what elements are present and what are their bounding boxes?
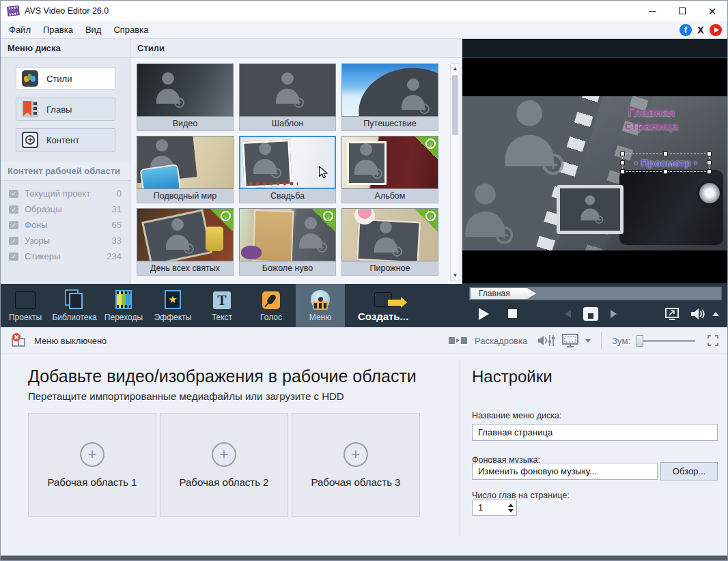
toolbar-button-transitions[interactable]: Переходы bbox=[99, 284, 148, 327]
zoom-slider[interactable] bbox=[636, 340, 695, 342]
scroll-up-icon[interactable]: ▲ bbox=[451, 64, 460, 74]
home-menu-button[interactable] bbox=[583, 307, 598, 321]
fit-screen-icon[interactable] bbox=[707, 334, 719, 347]
content-list-item[interactable]: ✓ Стикеры 234 bbox=[9, 248, 122, 264]
facebook-icon[interactable]: f bbox=[680, 24, 692, 36]
style-thumbnail: + bbox=[137, 136, 234, 189]
x-twitter-icon[interactable]: X bbox=[695, 24, 707, 36]
background-music-input[interactable] bbox=[472, 463, 658, 480]
status-bar-right: Раскадровка Зум: bbox=[448, 328, 719, 354]
browse-button[interactable]: Обзор... bbox=[660, 462, 718, 480]
folder-check-icon: ✓ bbox=[9, 253, 18, 261]
content-list-item[interactable]: ✓ Узоры 33 bbox=[9, 233, 122, 248]
item-count: 0 bbox=[117, 188, 122, 199]
workspace-dropzone[interactable]: + Рабочая область 1 bbox=[28, 413, 156, 517]
toolbar-button-library[interactable]: Библиотека bbox=[50, 284, 99, 327]
stop-button[interactable] bbox=[508, 309, 517, 318]
create-icon bbox=[374, 287, 392, 307]
menu-item[interactable]: Справка bbox=[107, 21, 154, 39]
next-chapter-button[interactable] bbox=[611, 310, 617, 318]
disc-menu-header: Меню диска bbox=[1, 39, 130, 58]
storyboard-icon[interactable] bbox=[448, 336, 468, 345]
play-button[interactable] bbox=[479, 308, 489, 320]
style-tile[interactable]: + ↓ Пирожное bbox=[341, 208, 438, 276]
menu-item[interactable]: Вид bbox=[79, 21, 108, 39]
style-tile[interactable]: + Шаблон bbox=[239, 63, 336, 131]
toolbar-button-menu[interactable]: Меню bbox=[296, 284, 345, 327]
toolbar-button-create[interactable]: Создать... bbox=[345, 284, 421, 327]
tab-content[interactable]: + Контент bbox=[16, 128, 115, 152]
tab-styles[interactable]: Стили bbox=[16, 67, 115, 90]
add-plus-icon: + bbox=[80, 442, 104, 467]
style-thumbnail: + bbox=[341, 63, 438, 117]
disc-menu-name-input[interactable] bbox=[472, 424, 718, 441]
content-list-item[interactable]: ✓ Образцы 31 bbox=[9, 201, 122, 217]
download-badge-icon: ↓ bbox=[415, 136, 438, 160]
workspace-dropzone[interactable]: + Рабочая область 3 bbox=[292, 413, 420, 517]
minimize-button[interactable] bbox=[637, 1, 667, 21]
scrollbar-thumb[interactable] bbox=[452, 75, 458, 135]
monitor-dropdown-caret-icon[interactable] bbox=[585, 339, 591, 343]
divider bbox=[601, 332, 602, 349]
chapter-tab[interactable]: Главная bbox=[471, 288, 536, 299]
add-plus-icon: + bbox=[344, 442, 368, 467]
style-tile[interactable]: + ↓ Божоле нуво bbox=[239, 208, 336, 276]
style-tile[interactable]: + Свадьба bbox=[239, 136, 336, 203]
maximize-button[interactable] bbox=[667, 1, 697, 21]
toolbar-buttons: Проекты Библиотека Переходы ★ Эффекты T … bbox=[1, 284, 462, 327]
title-bar: AVS Video Editor 26.0 ✕ bbox=[1, 1, 727, 21]
disc-menu-name-label: Название меню диска: bbox=[472, 411, 561, 420]
main-top-area: Меню диска Стили Главы + Контент Контент… bbox=[1, 39, 727, 284]
content-list-item[interactable]: ✓ Фоны 65 bbox=[9, 217, 122, 233]
stepper-down-icon[interactable] bbox=[508, 509, 514, 513]
style-tile[interactable]: + Подводный мир bbox=[137, 136, 234, 203]
styles-scrollbar[interactable]: ▲ ▼ bbox=[450, 63, 460, 281]
chapters-count-stepper[interactable]: 1 bbox=[472, 500, 517, 516]
workspace-dropzone[interactable]: + Рабочая область 2 bbox=[160, 413, 288, 517]
menu-item[interactable]: Правка bbox=[37, 21, 79, 39]
content-list: ✓ Текущий проект 0 ✓ Образцы 31 ✓ Фоны 6… bbox=[1, 181, 130, 264]
toolbar-button-projects[interactable]: Проекты bbox=[1, 284, 50, 327]
monitor-icon[interactable] bbox=[561, 333, 579, 348]
transport-panel: Главная bbox=[462, 284, 727, 327]
style-tile[interactable]: + Видео bbox=[137, 63, 234, 131]
scroll-down-icon[interactable]: ▼ bbox=[451, 271, 460, 280]
youtube-icon[interactable] bbox=[710, 24, 722, 36]
letterbox-bottom bbox=[462, 250, 727, 284]
selected-text-object[interactable]: • Просмотр • bbox=[622, 154, 710, 172]
camcorder-lcd: + bbox=[557, 185, 624, 234]
mouse-cursor-icon bbox=[317, 166, 329, 179]
style-tile[interactable]: + ↓ Альбом bbox=[341, 136, 438, 203]
zoom-slider-handle[interactable] bbox=[636, 335, 643, 347]
transport-controls bbox=[469, 300, 722, 327]
person-placeholder-icon: + bbox=[351, 143, 381, 179]
style-tile[interactable]: + Путешествие bbox=[341, 63, 438, 131]
content-list-item[interactable]: ✓ Текущий проект 0 bbox=[9, 186, 122, 201]
style-thumbnail: + ↓ bbox=[341, 208, 438, 261]
close-button[interactable]: ✕ bbox=[697, 1, 727, 21]
style-thumbnail: + ↓ bbox=[137, 208, 234, 261]
menu-bar: ФайлПравкаВидСправка bbox=[1, 21, 154, 39]
previous-chapter-button[interactable] bbox=[565, 310, 571, 318]
style-tile-label: День всех святых bbox=[137, 261, 234, 276]
style-tile[interactable]: + ↓ День всех святых bbox=[137, 208, 234, 276]
toolbar-button-text[interactable]: T Текст bbox=[197, 284, 247, 327]
chapters-icon bbox=[22, 101, 38, 117]
stepper-up-icon[interactable] bbox=[508, 504, 514, 507]
add-plus-icon: + bbox=[212, 442, 236, 467]
toolbar-button-voice[interactable]: Голос bbox=[247, 284, 296, 327]
menu-status: Меню выключено bbox=[10, 328, 107, 354]
audio-mixer-icon[interactable] bbox=[537, 334, 555, 347]
volume-popup-caret-icon[interactable] bbox=[712, 312, 719, 316]
settings-title: Настройки bbox=[472, 367, 552, 386]
volume-icon[interactable] bbox=[689, 306, 707, 321]
menu-bar-container: ФайлПравкаВидСправка f X bbox=[1, 21, 727, 39]
text-icon: T bbox=[213, 289, 231, 309]
zoom-label: Зум: bbox=[612, 336, 630, 346]
toolbar-button-effects[interactable]: ★ Эффекты bbox=[148, 284, 197, 327]
person-placeholder-icon: + bbox=[462, 184, 511, 244]
tab-chapters[interactable]: Главы bbox=[16, 98, 115, 121]
download-badge-icon: ↓ bbox=[312, 209, 335, 232]
fullscreen-icon[interactable] bbox=[664, 307, 680, 321]
menu-item[interactable]: Файл bbox=[3, 21, 37, 39]
